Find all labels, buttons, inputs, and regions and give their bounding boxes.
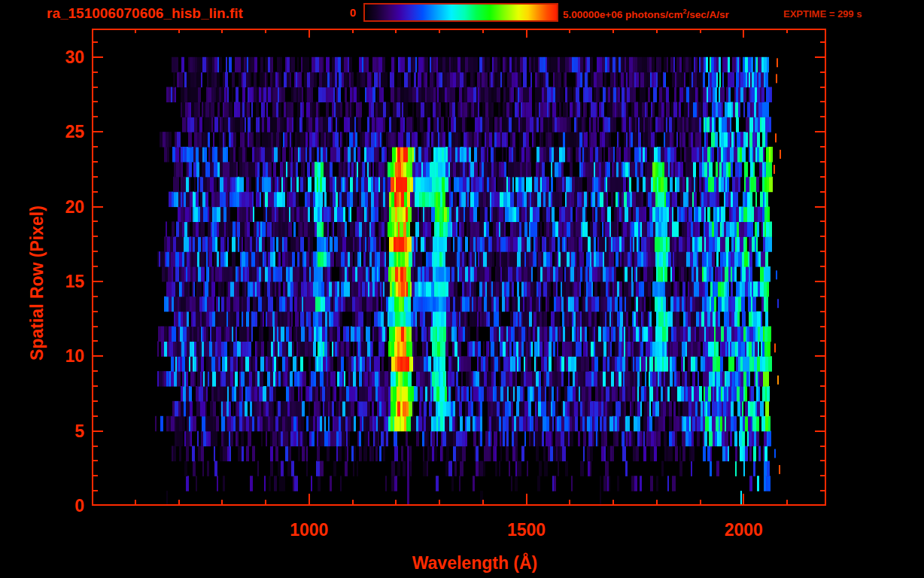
y-tick-label: 15 [38, 272, 84, 292]
colorbar-max-prefix: 5.00000e+06 photons/cm [563, 9, 682, 20]
colorbar-gradient [365, 5, 557, 20]
x-tick-label: 1000 [290, 520, 328, 540]
colorbar-min-label: 0 [327, 6, 356, 19]
spectrogram-canvas [92, 29, 826, 506]
exptime-label: EXPTIME = 299 s [783, 8, 862, 20]
y-tick-label: 0 [38, 496, 84, 516]
x-tick-label: 1500 [507, 520, 546, 540]
x-axis-label: Wavelength (Å) [412, 553, 538, 573]
y-tick-label: 25 [38, 122, 84, 142]
y-tick-label: 20 [38, 197, 84, 218]
colorbar [363, 3, 558, 22]
spectrogram-figure: ra_151006070606_hisb_lin.fit 0 5.00000e+… [0, 0, 924, 578]
x-tick-label: 2000 [725, 520, 763, 540]
y-tick-label: 30 [38, 47, 84, 68]
y-tick-label: 5 [38, 421, 84, 442]
colorbar-max-label: 5.00000e+06 photons/cm2/sec/A/sr [563, 8, 729, 20]
file-title: ra_151006070606_hisb_lin.fit [47, 5, 243, 22]
y-tick-label: 10 [38, 346, 84, 367]
colorbar-max-suffix: /sec/A/sr [686, 9, 728, 20]
